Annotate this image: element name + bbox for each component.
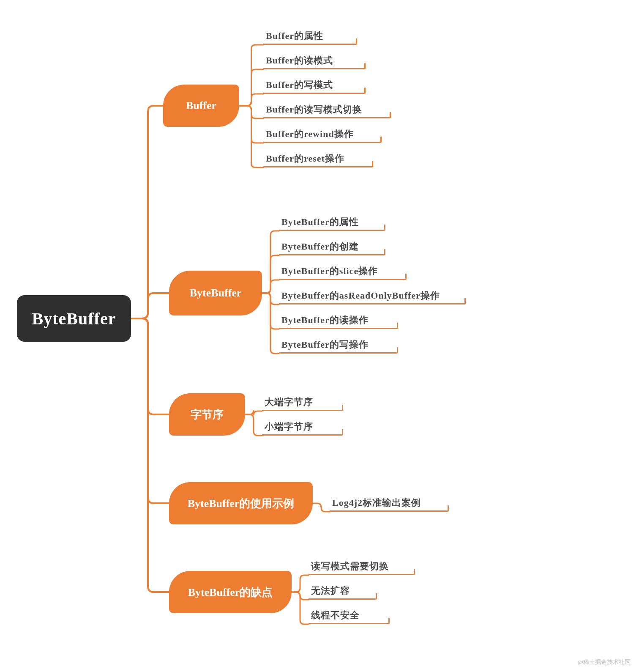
leaf-little-endian: 小端字节序 [262, 419, 342, 436]
leaf-bytebuffer-asreadonly: ByteBuffer的asReadOnlyBuffer操作 [279, 288, 465, 304]
leaf-buffer-writemode: Buffer的写模式 [263, 77, 365, 94]
leaf-buffer-rewind: Buffer的rewind操作 [263, 126, 381, 143]
branch-usage-examples: ByteBuffer的使用示例 [169, 482, 313, 524]
branch-byteorder: 字节序 [169, 393, 245, 436]
leaf-not-thread-safe: 线程不安全 [309, 607, 389, 624]
leaf-bytebuffer-slice: ByteBuffer的slice操作 [279, 263, 406, 280]
leaf-buffer-readmode: Buffer的读模式 [263, 52, 365, 69]
branch-bytebuffer: ByteBuffer [169, 271, 262, 315]
leaf-bytebuffer-create: ByteBuffer的创建 [279, 239, 385, 255]
leaf-no-expand: 无法扩容 [309, 583, 376, 600]
branch-drawbacks: ByteBuffer的缺点 [169, 571, 292, 613]
leaf-log4j2-case: Log4j2标准输出案例 [330, 495, 448, 512]
leaf-bytebuffer-write: ByteBuffer的写操作 [279, 337, 397, 354]
leaf-buffer-rw-switch: Buffer的读写模式切换 [263, 101, 390, 118]
leaf-rw-switch-needed: 读写模式需要切换 [309, 558, 414, 575]
leaf-big-endian: 大端字节序 [262, 394, 342, 411]
leaf-buffer-attributes: Buffer的属性 [263, 28, 356, 45]
branch-buffer: Buffer [163, 85, 239, 127]
leaf-bytebuffer-read: ByteBuffer的读操作 [279, 312, 397, 329]
leaf-bytebuffer-attributes: ByteBuffer的属性 [279, 214, 385, 231]
mindmap-root: ByteBuffer [17, 295, 131, 342]
watermark: @稀土掘金技术社区 [578, 658, 631, 666]
leaf-buffer-reset: Buffer的reset操作 [263, 151, 372, 167]
